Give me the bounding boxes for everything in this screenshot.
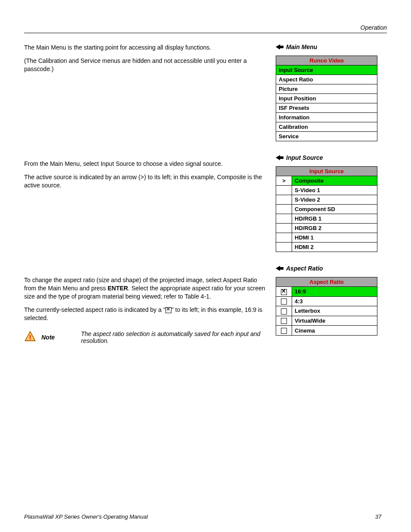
paragraph: From the Main Menu, select Input Source …: [24, 160, 265, 168]
main-menu-table: Runco Video Input Source Aspect Ratio Pi…: [276, 56, 377, 141]
menu-item: HDMI 2: [292, 243, 377, 252]
active-indicator: [276, 186, 292, 195]
menu-title: Input Source: [276, 167, 377, 176]
aspect-ratio-text: To change the aspect ratio (size and sha…: [24, 276, 265, 344]
active-indicator: [276, 195, 292, 205]
arrow-left-icon: [276, 155, 283, 161]
menu-item: Component SD: [292, 205, 377, 214]
menu-item: Picture: [276, 84, 377, 94]
active-indicator: [276, 214, 292, 224]
svg-marker-4: [276, 155, 283, 160]
menu-item: S-Video 1: [292, 186, 377, 195]
aspect-ratio-table: Aspect Ratio 16:9 4:3 Letterbox: [276, 277, 377, 336]
menu-item: S-Video 2: [292, 195, 377, 205]
checkbox-unchecked-icon: [281, 308, 287, 314]
heading-text: Input Source: [286, 154, 323, 161]
checkbox-cell: [276, 326, 292, 336]
menu-item: Information: [276, 113, 377, 122]
page-footer: PlasmaWall XP Series Owner's Operating M…: [24, 513, 387, 520]
checkbox-unchecked-icon: [281, 328, 287, 334]
checkbox-unchecked-icon: [281, 318, 287, 324]
input-source-text: From the Main Menu, select Input Source …: [24, 160, 265, 263]
menu-title: Aspect Ratio: [276, 277, 377, 287]
menu-item: HD/RGB 1: [292, 214, 377, 224]
menu-item: Input Position: [276, 94, 377, 103]
main-menu-text: The Main Menu is the starting point for …: [24, 44, 265, 147]
menu-item: ISF Presets: [276, 103, 377, 113]
footer-manual-title: PlasmaWall XP Series Owner's Operating M…: [24, 513, 370, 520]
menu-item: 4:3: [292, 296, 377, 306]
paragraph: To change the aspect ratio (size and sha…: [24, 276, 265, 301]
active-indicator: [276, 243, 292, 252]
svg-marker-5: [276, 266, 283, 271]
menu-item: HDMI 1: [292, 233, 377, 243]
menu-item: Input Source: [276, 65, 377, 75]
menu-item: Service: [276, 132, 377, 141]
active-indicator: >: [276, 176, 292, 186]
checkbox-cell: [276, 287, 292, 297]
menu-item: 16:9: [292, 287, 377, 297]
header-divider: [24, 33, 387, 33]
paragraph: (The Calibration and Service menus are h…: [24, 57, 265, 73]
input-source-sidebar: Input Source Input Source > Composite S-…: [276, 154, 377, 252]
svg-marker-3: [276, 44, 283, 50]
menu-item: VirtualWide: [292, 316, 377, 326]
note-text: The aspect ratio selection is automatica…: [81, 330, 265, 344]
input-source-heading: Input Source: [276, 154, 377, 161]
menu-item: Aspect Ratio: [276, 75, 377, 84]
svg-text:!: !: [29, 334, 31, 341]
checkbox-checked-icon: [165, 307, 171, 313]
paragraph: The active source is indicated by an arr…: [24, 173, 265, 190]
arrow-left-icon: [276, 265, 283, 271]
active-indicator: [276, 224, 292, 233]
enter-key-label: ENTER: [108, 285, 128, 292]
checkbox-cell: [276, 306, 292, 316]
heading-text: Main Menu: [286, 44, 317, 50]
menu-item: Calibration: [276, 122, 377, 132]
aspect-ratio-heading: Aspect Ratio: [276, 265, 377, 272]
checkbox-cell: [276, 316, 292, 326]
main-menu-heading: Main Menu: [276, 44, 377, 50]
menu-item: Letterbox: [292, 306, 377, 316]
main-menu-sidebar: Main Menu Runco Video Input Source Aspec…: [276, 44, 377, 141]
input-source-table: Input Source > Composite S-Video 1 S-Vid…: [276, 166, 377, 252]
warning-icon: !: [24, 330, 36, 342]
header-section-label: Operation: [24, 24, 387, 31]
checkbox-unchecked-icon: [281, 299, 287, 305]
note-block: ! Note The aspect ratio selection is aut…: [24, 330, 265, 344]
paragraph: The currently-selected aspect ratio is i…: [24, 306, 265, 322]
note-label: Note: [41, 330, 76, 341]
paragraph: The Main Menu is the starting point for …: [24, 44, 265, 52]
arrow-left-icon: [276, 44, 283, 50]
menu-item: HD/RGB 2: [292, 224, 377, 233]
text: The currently-selected aspect ratio is i…: [24, 306, 165, 313]
footer-page-number: 37: [370, 513, 387, 520]
checkbox-checked-icon: [281, 289, 287, 295]
checkbox-cell: [276, 296, 292, 306]
heading-text: Aspect Ratio: [286, 265, 323, 272]
menu-item: Composite: [292, 176, 377, 186]
aspect-ratio-sidebar: Aspect Ratio Aspect Ratio 16:9 4:3 Lette…: [276, 265, 377, 336]
menu-item: Cinema: [292, 326, 377, 336]
active-indicator: [276, 233, 292, 243]
active-indicator: [276, 205, 292, 214]
menu-title: Runco Video: [276, 56, 377, 65]
